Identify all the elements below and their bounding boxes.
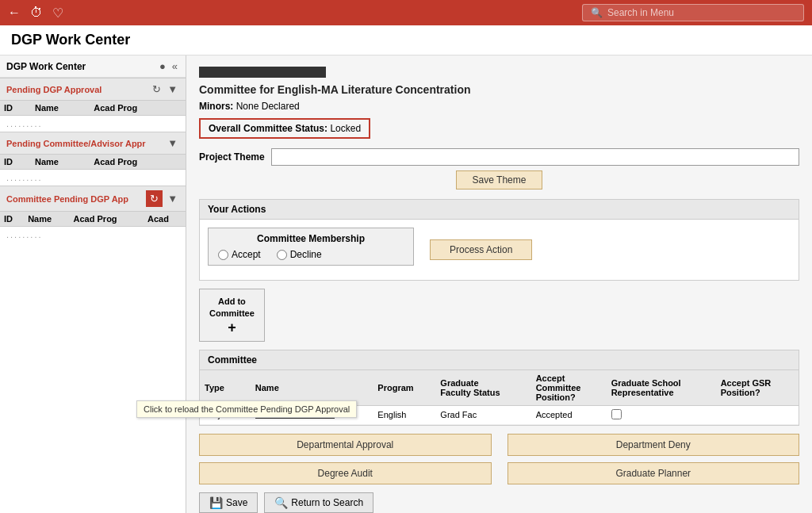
cell-program: English (373, 405, 435, 424)
col-grad-faculty: GraduateFaculty Status (435, 370, 530, 406)
content-area: Committee for English-MA Literature Conc… (186, 56, 812, 513)
dots-3: ......... (0, 227, 186, 243)
committee-membership-title: Committee Membership (218, 233, 404, 244)
nav-icons: ← ⏱ ♡ (8, 6, 63, 21)
sidebar-collapse-icon[interactable]: « (170, 59, 179, 73)
reload-committee-btn[interactable]: ↻ (146, 190, 163, 207)
col-program: Program (373, 370, 435, 406)
pending-dgp-title: Pending DGP Approval (6, 85, 102, 94)
committee-membership-box: Committee Membership Accept Decline (208, 228, 414, 266)
col-name: Name (31, 101, 90, 116)
main-layout: DGP Work Center ● « Pending DGP Approval… (0, 56, 812, 513)
col-name-2: Name (31, 155, 90, 170)
gsr-checkbox[interactable] (611, 409, 622, 419)
pending-dgp-approval-header: Pending DGP Approval ↻ ▼ (0, 78, 186, 101)
add-to-committee-label: Add toCommittee (209, 296, 255, 320)
student-name-redacted (199, 67, 326, 78)
search-icon: 🔍 (591, 7, 603, 18)
return-icon: 🔍 (274, 496, 288, 509)
pending-committee-dropdown-icon[interactable]: ▼ (166, 136, 179, 150)
col-acad-prog: Acad Prog (90, 101, 186, 116)
page-title: DGP Work Center (0, 25, 812, 56)
col-acad-4: Acad (144, 212, 186, 227)
add-plus-icon: + (209, 320, 255, 335)
save-icon: 💾 (209, 496, 223, 509)
accept-label: Accept (232, 249, 261, 260)
committee-pending-dropdown-icon[interactable]: ▼ (166, 192, 179, 205)
pending-dgp-refresh-icon[interactable]: ↻ (151, 82, 163, 96)
btn-row-2: Degree Audit Graduate Planner (199, 462, 799, 484)
student-name-block (199, 67, 799, 80)
pending-committee-header: Pending Committee/Advisor Appr ▼ (0, 132, 186, 155)
dots-2: ......... (0, 170, 186, 186)
col-grad-school-rep: Graduate SchoolRepresentative (607, 370, 716, 406)
committee-pending-dgp-header: Committee Pending DGP App ↻ ▼ (0, 186, 186, 212)
top-bar: ← ⏱ ♡ 🔍 (0, 0, 812, 25)
search-input[interactable] (607, 7, 795, 18)
search-bar[interactable]: 🔍 (582, 4, 804, 21)
accept-option[interactable]: Accept (218, 249, 261, 260)
your-actions-section: Your Actions Committee Membership Accept (199, 199, 799, 281)
tooltip-popup: Click to reload the Committee Pending DG… (136, 400, 186, 418)
back-icon[interactable]: ← (8, 6, 21, 20)
pending-committee-table: ID Name Acad Prog (0, 155, 186, 170)
status-label: Overall Committee Status: (209, 123, 327, 134)
pending-dgp-dropdown-icon[interactable]: ▼ (166, 82, 179, 96)
cell-checkbox[interactable] (607, 405, 716, 424)
return-label: Return to Search (291, 497, 363, 508)
col-accept-gsr: Accept GSRPosition? (716, 370, 799, 406)
project-theme-input[interactable] (271, 148, 799, 166)
sidebar: DGP Work Center ● « Pending DGP Approval… (0, 56, 186, 513)
save-button[interactable]: 💾 Save (199, 492, 258, 513)
project-theme-row: Project Theme (199, 148, 799, 166)
pending-dgp-table: ID Name Acad Prog (0, 101, 186, 116)
save-label: Save (226, 497, 247, 508)
status-box: Overall Committee Status: Locked (199, 118, 370, 139)
graduate-planner-button[interactable]: Graduate Planner (508, 462, 800, 484)
decline-label: Decline (290, 249, 322, 260)
pending-committee-icons: ▼ (166, 136, 179, 150)
project-theme-label: Project Theme (199, 151, 265, 163)
cell-gsr-position (716, 405, 799, 424)
minors-label: Minors: (199, 101, 233, 112)
pending-committee-title: Pending Committee/Advisor Appr (6, 139, 146, 148)
department-deny-button[interactable]: Department Deny (508, 434, 800, 456)
sidebar-top-icons: ● « (158, 59, 179, 73)
return-to-search-button[interactable]: 🔍 Return to Search (264, 492, 373, 513)
your-actions-header: Your Actions (200, 200, 799, 220)
process-action-button[interactable]: Process Action (430, 239, 532, 260)
actions-row: Committee Membership Accept Decline (208, 228, 791, 272)
departmental-approval-button[interactable]: Departmental Approval (199, 434, 492, 456)
col-acad-2: Acad Prog (90, 155, 186, 170)
committee-title: Committee for English-MA Literature Conc… (199, 83, 799, 96)
decline-option[interactable]: Decline (277, 249, 322, 260)
status-value: Locked (330, 123, 361, 134)
col-accept-committee: AcceptCommitteePosition? (531, 370, 607, 406)
committee-section-header: Committee (200, 350, 799, 370)
col-id-3: ID (0, 212, 24, 227)
footer-buttons: 💾 Save 🔍 Return to Search (199, 492, 799, 513)
degree-audit-button[interactable]: Degree Audit (199, 462, 492, 484)
btn-row-1: Departmental Approval Department Deny (199, 434, 799, 456)
committee-pending-table: ID Name Acad Prog Acad (0, 212, 186, 227)
bottom-buttons: Departmental Approval Department Deny De… (199, 434, 799, 484)
minors-line: Minors: None Declared (199, 101, 799, 112)
radio-row: Accept Decline (218, 249, 404, 260)
sidebar-settings-icon[interactable]: ● (158, 59, 167, 73)
save-theme-button[interactable]: Save Theme (456, 170, 543, 190)
favorites-icon[interactable]: ♡ (52, 6, 63, 21)
cell-accepted: Accepted (531, 405, 607, 424)
history-icon[interactable]: ⏱ (30, 6, 43, 20)
sidebar-top: DGP Work Center ● « (0, 56, 186, 78)
sidebar-title: DGP Work Center (6, 61, 86, 72)
dots-1: ......... (0, 116, 186, 132)
col-name-3: Name (24, 212, 69, 227)
committee-pending-dgp-title: Committee Pending DGP App (6, 194, 128, 204)
add-to-committee-box[interactable]: Add toCommittee + (199, 289, 265, 342)
decline-radio[interactable] (277, 250, 287, 260)
accept-radio[interactable] (218, 250, 228, 260)
pending-dgp-icons: ↻ ▼ (151, 82, 179, 96)
col-id: ID (0, 101, 31, 116)
col-id-2: ID (0, 155, 31, 170)
committee-pending-icons: ↻ ▼ (146, 190, 179, 207)
